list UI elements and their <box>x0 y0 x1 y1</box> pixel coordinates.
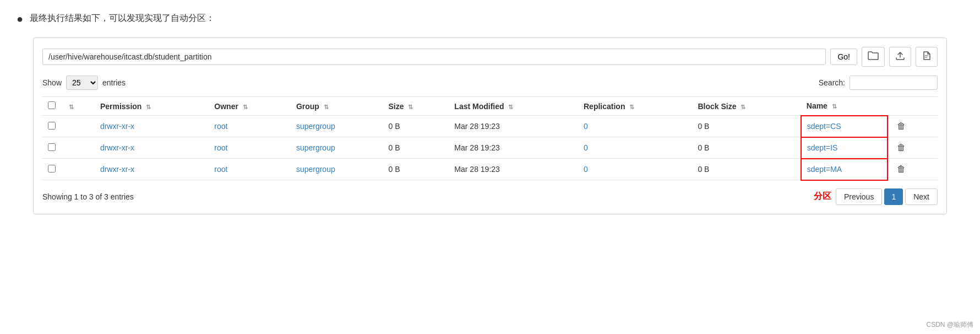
select-all-checkbox[interactable] <box>48 101 56 109</box>
row-last-modified: Mar 28 19:23 <box>449 137 578 159</box>
row-name: sdept=IS <box>801 137 888 159</box>
showing-text: Showing 1 to 3 of 3 entries <box>42 192 134 201</box>
th-group[interactable]: Group ⇅ <box>291 97 383 116</box>
row-checkbox[interactable] <box>48 122 56 130</box>
go-button[interactable]: Go! <box>830 49 857 65</box>
bullet-text: 最终执行结果如下，可以发现实现了自动分区： <box>30 11 215 25</box>
row-group: supergroup <box>291 116 383 137</box>
row-size: 0 B <box>383 116 449 137</box>
delete-button[interactable]: 🗑 <box>894 163 909 175</box>
page-number[interactable]: 1 <box>884 188 903 205</box>
row-block-size: 0 B <box>692 159 801 180</box>
th-owner[interactable]: Owner ⇅ <box>209 97 291 116</box>
search-section: Search: <box>819 76 938 90</box>
delete-button[interactable]: 🗑 <box>894 120 909 132</box>
row-group: supergroup <box>291 137 383 159</box>
row-name: sdept=CS <box>801 116 888 137</box>
search-input[interactable] <box>850 76 938 90</box>
row-action: 🗑 <box>888 137 938 159</box>
search-label: Search: <box>819 78 845 87</box>
table-row: drwxr-xr-xrootsupergroup0 BMar 28 19:230… <box>42 116 938 137</box>
row-action: 🗑 <box>888 116 938 137</box>
row-sort-extra <box>61 137 95 159</box>
address-bar: Go! <box>42 47 938 67</box>
th-block-size[interactable]: Block Size ⇅ <box>692 97 801 116</box>
row-name: sdept=MA <box>801 159 888 180</box>
row-checkbox[interactable] <box>48 143 56 151</box>
row-block-size: 0 B <box>692 137 801 159</box>
table-body: drwxr-xr-xrootsupergroup0 BMar 28 19:230… <box>42 116 938 180</box>
previous-button[interactable]: Previous <box>836 188 882 205</box>
row-owner: root <box>209 116 291 137</box>
controls-row: Show 25 10 50 100 entries Search: <box>42 76 938 90</box>
show-entries: Show 25 10 50 100 entries <box>42 76 126 90</box>
entries-select[interactable]: 25 10 50 100 <box>66 76 98 90</box>
table-header: ⇅ Permission ⇅ Owner ⇅ Group ⇅ Size ⇅ <box>42 97 938 116</box>
row-owner: root <box>209 159 291 180</box>
row-last-modified: Mar 28 19:23 <box>449 159 578 180</box>
entries-suffix: entries <box>102 78 126 87</box>
row-owner: root <box>209 137 291 159</box>
row-replication: 0 <box>578 137 692 159</box>
address-input[interactable] <box>42 49 826 65</box>
file-browser: Go! Show 25 10 50 <box>33 37 947 214</box>
row-permission: drwxr-xr-x <box>95 116 209 137</box>
footer-row: Showing 1 to 3 of 3 entries 分区 Previous … <box>42 188 938 205</box>
table-row: drwxr-xr-xrootsupergroup0 BMar 28 19:230… <box>42 137 938 159</box>
th-size[interactable]: Size ⇅ <box>383 97 449 116</box>
row-last-modified: Mar 28 19:23 <box>449 116 578 137</box>
show-label: Show <box>42 78 62 87</box>
th-name[interactable]: Name ⇅ <box>801 97 888 116</box>
delete-button[interactable]: 🗑 <box>894 142 909 154</box>
file-button[interactable] <box>916 47 938 67</box>
next-button[interactable]: Next <box>905 188 938 205</box>
row-replication: 0 <box>578 159 692 180</box>
row-sort-extra <box>61 159 95 180</box>
row-checkbox[interactable] <box>48 165 56 173</box>
th-actions <box>888 97 938 116</box>
th-permission[interactable]: Permission ⇅ <box>95 97 209 116</box>
row-size: 0 B <box>383 137 449 159</box>
file-table: ⇅ Permission ⇅ Owner ⇅ Group ⇅ Size ⇅ <box>42 96 938 181</box>
row-permission: drwxr-xr-x <box>95 137 209 159</box>
row-replication: 0 <box>578 116 692 137</box>
row-block-size: 0 B <box>692 116 801 137</box>
row-sort-extra <box>61 116 95 137</box>
folder-button[interactable] <box>862 47 885 67</box>
bullet-section: ● 最终执行结果如下，可以发现实现了自动分区： <box>17 11 963 26</box>
row-action: 🗑 <box>888 159 938 180</box>
row-size: 0 B <box>383 159 449 180</box>
watermark: CSDN @瑜师傅 <box>926 320 973 330</box>
upload-button[interactable] <box>889 47 911 67</box>
row-permission: drwxr-xr-x <box>95 159 209 180</box>
th-last-modified[interactable]: Last Modified ⇅ <box>449 97 578 116</box>
pagination: Previous 1 Next <box>836 188 938 205</box>
th-sort[interactable]: ⇅ <box>61 97 95 116</box>
partition-annotation: 分区 <box>814 191 831 202</box>
th-checkbox <box>42 97 61 116</box>
bullet-dot: ● <box>17 11 23 26</box>
table-row: drwxr-xr-xrootsupergroup0 BMar 28 19:230… <box>42 159 938 180</box>
th-replication[interactable]: Replication ⇅ <box>578 97 692 116</box>
row-group: supergroup <box>291 159 383 180</box>
